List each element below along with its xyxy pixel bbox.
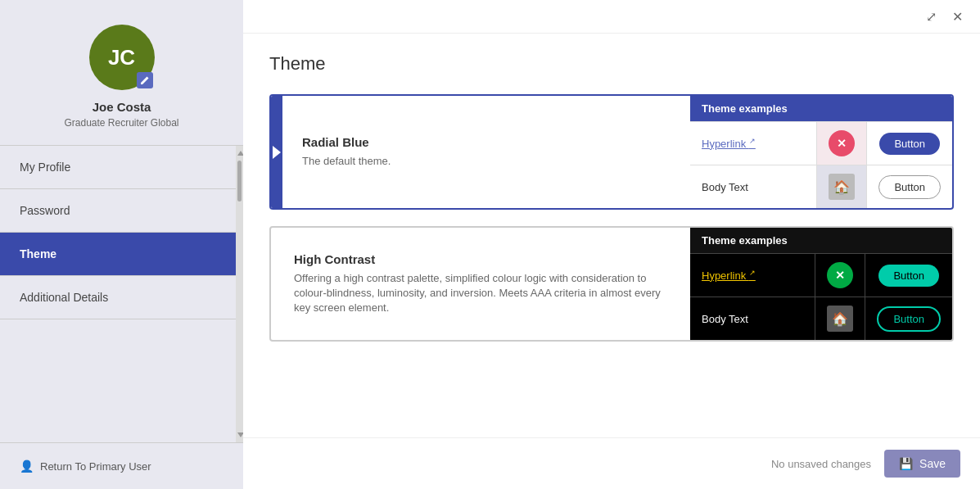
sidebar-item-theme[interactable]: Theme (0, 233, 243, 276)
sidebar-nav: My Profile Password Theme Additional Det… (0, 146, 243, 442)
person-icon: 👤 (20, 460, 34, 473)
home-icon: 🏠 (833, 179, 850, 195)
hyperlink-label-radial-blue: Hyperlink ↗ (702, 137, 756, 150)
close-icon-cell-radial-blue: ✕ (817, 121, 867, 165)
theme-name-high-contrast: High Contrast (294, 252, 671, 266)
close-icon-cell-high-contrast: ✕ (815, 253, 865, 297)
avatar-container: JC (89, 25, 155, 90)
main-footer: No unsaved changes 💾 Save (243, 437, 980, 489)
theme-card-high-contrast[interactable]: High Contrast Offering a high contrast p… (269, 226, 954, 342)
selected-arrow-icon (273, 146, 281, 159)
main-content: ⤢ ✕ Theme Radial Blue The default theme.… (243, 0, 980, 489)
sidebar: JC Joe Costa Graduate Recruiter Global M… (0, 0, 243, 489)
filled-button-example-radial-blue[interactable]: Button (879, 133, 940, 155)
sidebar-item-additional-details[interactable]: Additional Details (0, 276, 243, 319)
home-icon-hc: 🏠 (832, 311, 848, 327)
home-button-example-radial-blue: 🏠 (829, 174, 855, 200)
body-text-label-radial-blue: Body Text (702, 181, 748, 193)
pencil-icon (140, 75, 150, 85)
avatar-edit-button[interactable] (137, 72, 153, 88)
theme-selector-radial-blue (271, 96, 282, 208)
button-outline-cell-high-contrast: Button (865, 297, 952, 340)
sidebar-item-password[interactable]: Password (0, 189, 243, 233)
home-icon-cell-radial-blue: 🏠 (817, 165, 867, 208)
return-primary-label: Return To Primary User (40, 460, 151, 473)
home-icon-cell-high-contrast: 🏠 (815, 297, 865, 340)
body-text-cell-high-contrast: Body Text (690, 297, 815, 340)
theme-examples-header-radial-blue: Theme examples (690, 96, 952, 121)
avatar-initials: JC (108, 45, 135, 70)
hyperlink-cell-high-contrast: Hyperlink ↗ (690, 253, 815, 297)
save-button[interactable]: 💾 Save (884, 450, 960, 478)
expand-icon[interactable]: ⤢ (921, 7, 941, 26)
theme-desc-high-contrast: Offering a high contrast palette, simpli… (294, 271, 671, 316)
sidebar-item-my-profile[interactable]: My Profile (0, 146, 243, 189)
x-icon: ✕ (837, 137, 847, 150)
user-role: Graduate Recruiter Global (64, 117, 178, 129)
body-text-cell-radial-blue: Body Text (690, 165, 817, 208)
outline-button-example-high-contrast[interactable]: Button (877, 306, 941, 332)
theme-card-radial-blue[interactable]: Radial Blue The default theme. Theme exa… (269, 94, 954, 210)
body-text-label-high-contrast: Body Text (702, 313, 748, 325)
user-name: Joe Costa (93, 100, 151, 114)
main-toolbar: ⤢ ✕ (243, 0, 980, 34)
hyperlink-cell-radial-blue: Hyperlink ↗ (690, 121, 817, 165)
scroll-down-arrow[interactable] (237, 432, 243, 437)
theme-info-high-contrast: High Contrast Offering a high contrast p… (271, 228, 690, 340)
save-icon: 💾 (899, 457, 913, 470)
filled-button-example-high-contrast[interactable]: Button (878, 265, 939, 287)
sidebar-profile: JC Joe Costa Graduate Recruiter Global (0, 0, 243, 145)
unsaved-changes-text: No unsaved changes (771, 458, 871, 470)
hyperlink-label-high-contrast: Hyperlink ↗ (702, 269, 756, 282)
outline-button-example-radial-blue[interactable]: Button (878, 175, 941, 199)
theme-examples-high-contrast: Theme examples Hyperlink ↗ ✕ Button Bo (690, 228, 952, 340)
home-button-example-high-contrast: 🏠 (827, 306, 853, 332)
button-filled-cell-radial-blue: Button (867, 121, 952, 165)
button-filled-cell-high-contrast: Button (865, 253, 952, 297)
examples-grid-high-contrast: Hyperlink ↗ ✕ Button Body Text (690, 253, 952, 340)
return-primary-button[interactable]: 👤 Return To Primary User (0, 442, 243, 489)
theme-name-radial-blue: Radial Blue (302, 135, 671, 149)
x-icon-hc: ✕ (835, 269, 845, 282)
sidebar-scrollbar[interactable] (236, 146, 243, 442)
save-label: Save (919, 457, 946, 470)
examples-grid-radial-blue: Hyperlink ↗ ✕ Button Body Text (690, 121, 952, 208)
theme-examples-radial-blue: Theme examples Hyperlink ↗ ✕ Button Bo (690, 96, 952, 208)
button-outline-cell-radial-blue: Button (867, 165, 952, 208)
theme-examples-header-high-contrast: Theme examples (690, 228, 952, 253)
theme-info-radial-blue: Radial Blue The default theme. (282, 96, 690, 208)
close-icon[interactable]: ✕ (947, 7, 967, 26)
theme-desc-radial-blue: The default theme. (302, 154, 671, 169)
page-title: Theme (269, 53, 954, 75)
close-button-example-high-contrast: ✕ (827, 262, 853, 288)
scroll-up-arrow[interactable] (237, 151, 243, 156)
close-button-example-radial-blue: ✕ (829, 130, 855, 156)
scroll-thumb[interactable] (237, 161, 242, 201)
main-body: Theme Radial Blue The default theme. The… (243, 34, 980, 437)
